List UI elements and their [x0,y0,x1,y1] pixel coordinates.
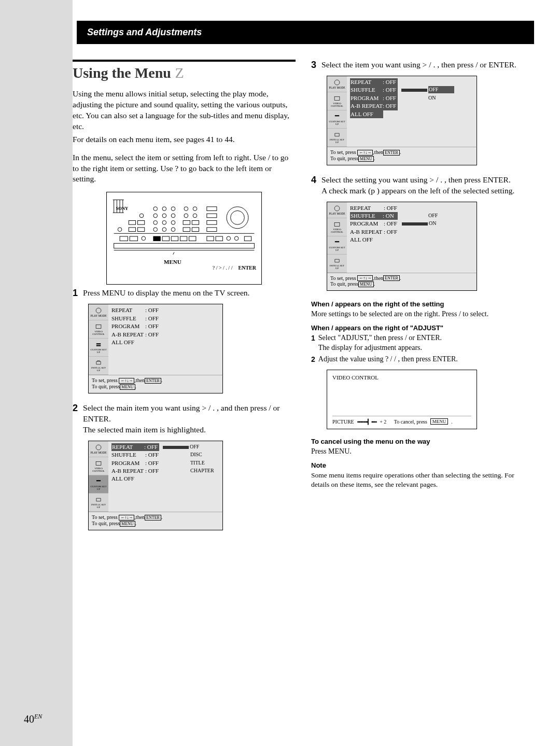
s4b: A check mark (p ) appears on the left of… [321,186,514,195]
screen4-sidebar: PLAY MODE VIDEO CONTROL CUSTOM SET UP IN… [327,202,347,273]
svg-rect-54 [96,461,101,465]
screen2-main: REPEAT: OFFOFF SHUFFLE: OFFDISC PROGRAM:… [108,441,222,512]
s4r2v: : ON [383,212,397,220]
svg-rect-42 [216,236,222,241]
svg-rect-60 [334,222,340,226]
pgn-suf: EN [34,713,42,720]
page-number: 40EN [24,713,42,725]
sb4-video: VIDEO CONTROL [328,228,346,233]
svg-rect-20 [183,221,190,225]
s2b1: To set, press [92,514,118,520]
svg-point-4 [171,207,175,211]
subhead-1: When / appears on the right of the setti… [311,300,534,308]
s4r5l: ALL OFF [350,236,382,244]
svg-rect-52 [96,345,101,346]
s4r3l: PROGRAM [350,220,382,228]
step-num-4: 4 [311,175,316,196]
svg-point-8 [139,214,144,218]
intro-p1b: For details on each menu item, see pages… [73,134,296,145]
s2b1b: ,then [134,514,145,520]
svg-rect-21 [192,221,199,225]
sb-video: VIDEO CONTROL [90,330,107,335]
svg-rect-24 [129,228,135,232]
s2a: Select the main item you want using > / … [83,403,279,423]
svg-point-3 [162,207,166,211]
svg-rect-33 [120,236,128,241]
device-illustration: SONY MENU ? / > / . / / ENTER [106,192,262,285]
s4r2l: SHUFFLE [351,212,383,220]
b2b: MENU [120,384,135,390]
sb2-initial: INITIAL SET UP [90,503,107,509]
sb-play: PLAY MODE [90,314,106,317]
svg-rect-41 [207,236,214,241]
svg-point-26 [153,228,158,232]
svg-rect-36 [153,236,160,241]
screen-bottom: To set, press ←↑↓→,thenENTER. To quit, p… [89,375,222,393]
s4b1b: ,then [373,275,383,281]
s4r3v: : OFF [384,220,398,228]
s2o1: OFF [190,443,216,451]
r1v: : OFF [145,306,160,314]
svg-rect-25 [137,228,144,232]
s3r4v: : OFF [383,102,397,110]
svg-rect-7 [207,207,217,211]
s3r3l: PROGRAM [351,94,383,102]
svg-rect-55 [96,480,101,481]
sb3-initial: INITIAL SET UP [328,138,346,144]
s2r5l: ALL OFF [111,475,144,483]
s3b2: To quit, press [330,156,358,161]
s4a: Select the setting you want using > / . … [321,175,511,184]
svg-point-6 [193,207,197,211]
svg-point-43 [227,236,231,241]
intro-p2: In the menu, select the item or setting … [73,152,296,185]
svg-rect-38 [171,236,178,241]
page-title: Using the Menu Z [73,65,296,81]
enter-label: ENTER [239,265,256,271]
nl1: 1 [311,333,315,353]
s2r4v: : OFF [145,467,160,475]
s4b1: To set, press [330,275,356,281]
adj-pic: PICTURE [332,419,354,425]
sb3-play: PLAY MODE [329,86,345,89]
svg-point-44 [234,236,239,241]
svg-rect-31 [207,228,217,232]
arrows-label: ? / > / . / / [213,265,233,271]
svg-rect-50 [96,325,101,329]
pgn-n: 40 [24,713,34,725]
sb2-custom: CUSTOM SET UP [90,485,107,490]
sb4-play: PLAY MODE [329,212,345,215]
s2o2: DISC [190,451,216,458]
screen-1: PLAY MODE VIDEO CONTROL CUSTOM SET UP IN… [88,304,223,393]
screen-3: PLAY MODE VIDEO CONTROL CUSTOM SET UP IN… [327,76,477,165]
sb2-video: VIDEO CONTROL [90,467,107,472]
sb-initial: INITIAL SET UP [90,367,107,372]
svg-point-28 [171,228,175,232]
svg-point-2 [153,207,158,211]
s2o3: TITLE [190,459,216,467]
nl2: 2 [311,355,315,364]
section-header: Settings and Adjustments [77,21,534,44]
sb-custom: CUSTOM SET UP [90,348,107,354]
adj-cancel: To cancel, press [394,419,427,425]
intro-p1: Using the menu allows initial setup, sel… [73,89,296,132]
sb4-custom: CUSTOM SET UP [328,246,346,251]
s3r2l: SHUFFLE [351,86,383,94]
screen3-bottom: To set, press ←↑↓→,thenENTER. To quit, p… [327,147,477,165]
svg-rect-40 [189,236,196,241]
svg-point-35 [142,236,146,241]
step-num-3: 3 [311,60,316,71]
nl1a: Select "ADJUST," then press / or ENTER. [318,334,442,342]
adj-bar: ▪▪▪▪▪▪▪▪▎▪▪▪▪ [357,419,377,425]
r5l: ALL OFF [111,339,144,346]
s2r3v: : OFF [145,459,160,467]
s2r4l: A-B REPEAT [111,467,144,475]
r4l: A-B REPEAT [111,331,144,339]
svg-point-17 [153,221,158,225]
s3b1b: ,then [373,149,383,155]
s2o4: CHAPTER [190,467,216,474]
b2c: . [135,384,137,389]
step-text-4: Select the setting you want using > / . … [321,175,534,196]
s3r1v: : OFF [383,78,397,86]
s3r4l: A-B REPEAT [351,102,383,110]
adj-plus: + 2 [380,419,386,425]
